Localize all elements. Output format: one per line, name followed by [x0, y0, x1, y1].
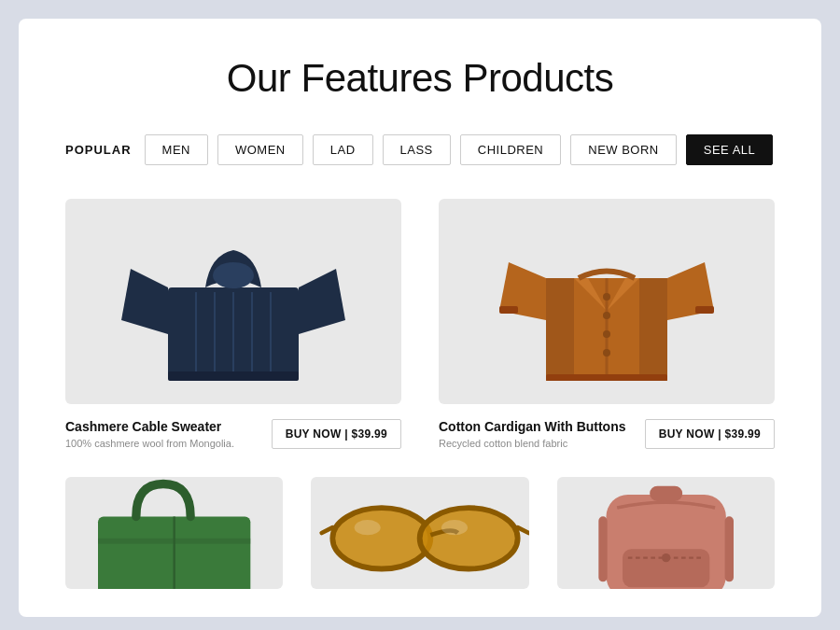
filter-popular-label: POPULAR — [65, 143, 132, 157]
svg-marker-2 — [299, 269, 345, 334]
product-info-row-sweater: Cashmere Cable Sweater 100% cashmere woo… — [65, 419, 401, 449]
svg-point-20 — [603, 330, 610, 338]
svg-rect-41 — [598, 517, 607, 582]
filter-btn-children[interactable]: CHILDREN — [460, 134, 561, 165]
svg-rect-27 — [98, 539, 250, 544]
svg-point-19 — [603, 312, 610, 319]
product-text-sweater: Cashmere Cable Sweater 100% cashmere woo… — [65, 419, 262, 449]
buy-btn-sweater[interactable]: BUY NOW | $39.99 — [272, 419, 401, 449]
product-card-cardigan: Cotton Cardigan With Buttons Recycled co… — [439, 199, 775, 449]
product-name-cardigan: Cotton Cardigan With Buttons — [439, 419, 636, 434]
product-info-row-cardigan: Cotton Cardigan With Buttons Recycled co… — [439, 419, 775, 449]
page-title: Our Features Products — [65, 56, 775, 101]
svg-marker-1 — [121, 269, 168, 334]
svg-point-34 — [355, 520, 381, 535]
page-container: Our Features Products POPULAR MEN WOMEN … — [19, 19, 821, 617]
product-image-sunglasses — [311, 477, 528, 589]
filter-btn-new-born[interactable]: NEW BORN — [570, 134, 677, 165]
filter-btn-men[interactable]: MEN — [145, 134, 208, 165]
product-text-cardigan: Cotton Cardigan With Buttons Recycled co… — [439, 419, 636, 449]
svg-point-21 — [603, 349, 610, 357]
product-desc-sweater: 100% cashmere wool from Mongolia. — [65, 438, 262, 449]
filter-btn-lass[interactable]: LASS — [383, 134, 451, 165]
product-card-backpack — [557, 477, 775, 589]
svg-point-35 — [441, 520, 468, 535]
product-image-bag — [65, 477, 283, 589]
product-desc-cardigan: Recycled cotton blend fabric — [439, 438, 636, 449]
svg-rect-22 — [546, 374, 667, 381]
product-image-sweater — [65, 199, 401, 404]
svg-rect-9 — [168, 371, 299, 381]
svg-rect-37 — [650, 486, 682, 501]
product-image-backpack — [557, 477, 775, 589]
filter-btn-see-all[interactable]: SEE ALL — [686, 134, 774, 165]
svg-point-3 — [213, 262, 254, 288]
svg-rect-42 — [724, 517, 733, 582]
product-card-bag — [65, 477, 283, 589]
svg-rect-12 — [639, 278, 667, 381]
product-card-sweater: Cashmere Cable Sweater 100% cashmere woo… — [65, 199, 401, 449]
svg-point-40 — [662, 553, 670, 562]
product-name-sweater: Cashmere Cable Sweater — [65, 419, 262, 434]
filter-btn-lad[interactable]: LAD — [313, 134, 373, 165]
product-image-cardigan — [439, 199, 775, 404]
buy-btn-cardigan[interactable]: BUY NOW | $39.99 — [645, 419, 775, 449]
products-grid-bottom — [65, 477, 775, 589]
svg-rect-23 — [499, 306, 518, 314]
filter-btn-women[interactable]: WOMEN — [217, 134, 303, 165]
svg-rect-24 — [695, 306, 714, 314]
svg-rect-11 — [546, 278, 574, 381]
filter-bar: POPULAR MEN WOMEN LAD LASS CHILDREN NEW … — [65, 134, 775, 165]
svg-point-18 — [603, 293, 610, 301]
products-grid: Cashmere Cable Sweater 100% cashmere woo… — [65, 199, 775, 449]
product-card-sunglasses — [311, 477, 528, 589]
